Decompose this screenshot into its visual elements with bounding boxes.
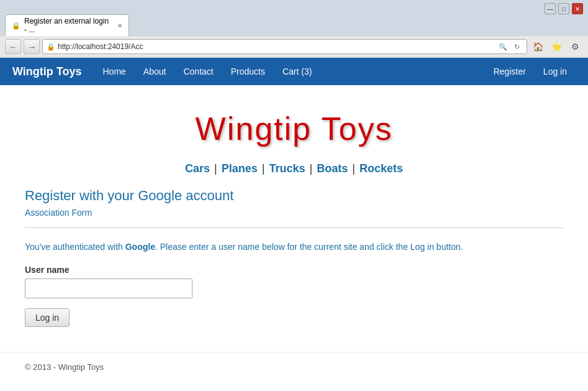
nav-contact[interactable]: Contact — [174, 59, 222, 84]
favorites-button[interactable]: ⭐ — [548, 39, 564, 54]
category-boats[interactable]: Boats — [317, 162, 348, 175]
sep-1: | — [214, 162, 217, 175]
category-trucks[interactable]: Trucks — [269, 162, 305, 175]
nav-products[interactable]: Products — [222, 59, 274, 84]
site-nav: Wingtip Toys Home About Contact Products… — [0, 58, 588, 85]
info-after: . Please enter a user name below for the… — [155, 242, 463, 252]
category-rockets[interactable]: Rockets — [360, 162, 403, 175]
tab-icon: 🔒 — [12, 22, 20, 30]
tab-close-button[interactable]: ✕ — [117, 22, 122, 29]
back-button[interactable]: ← — [5, 39, 21, 54]
maximize-button[interactable]: □ — [558, 3, 569, 14]
info-provider: Google — [125, 242, 155, 252]
divider — [25, 228, 563, 228]
home-button[interactable]: 🏠 — [530, 39, 546, 54]
page-heading: Register with your Google account — [25, 188, 563, 204]
url-field[interactable]: 🔒 http://localhost:24019/Acc 🔍 ↻ — [42, 39, 527, 54]
nav-register[interactable]: Register — [485, 59, 535, 84]
browser-chrome: — □ ✕ 🔒 Register an external login - ...… — [0, 0, 588, 58]
sep-4: | — [352, 162, 355, 175]
section-label: Association Form — [25, 208, 563, 218]
settings-button[interactable]: ⚙ — [567, 39, 583, 54]
category-links: Cars | Planes | Trucks | Boats | Rockets — [25, 154, 563, 188]
window-controls: — □ ✕ — [545, 3, 583, 14]
username-input[interactable] — [25, 278, 192, 298]
info-before: You've authenticated with — [25, 242, 125, 252]
refresh-button[interactable]: ↻ — [510, 41, 523, 52]
toolbar-icons: 🏠 ⭐ ⚙ — [530, 39, 583, 54]
footer-text: © 2013 - Wingtip Toys — [25, 362, 104, 372]
nav-brand[interactable]: Wingtip Toys — [12, 65, 82, 78]
footer: © 2013 - Wingtip Toys — [0, 352, 588, 382]
association-form: User name Log in — [25, 265, 563, 327]
sep-3: | — [310, 162, 313, 175]
main-content: Wingtip Toys Cars | Planes | Trucks | Bo… — [0, 85, 588, 352]
forward-button[interactable]: → — [24, 39, 40, 54]
nav-cart[interactable]: Cart (3) — [274, 59, 320, 84]
nav-login[interactable]: Log in — [535, 59, 576, 84]
info-text: You've authenticated with Google. Please… — [25, 241, 563, 254]
sep-2: | — [262, 162, 265, 175]
category-cars[interactable]: Cars — [185, 162, 210, 175]
nav-about[interactable]: About — [135, 59, 175, 84]
active-tab[interactable]: 🔒 Register an external login - ... ✕ — [5, 14, 129, 36]
nav-right: Register Log in — [485, 59, 576, 84]
close-button[interactable]: ✕ — [572, 3, 583, 14]
address-bar: ← → 🔒 http://localhost:24019/Acc 🔍 ↻ 🏠 ⭐… — [0, 36, 588, 57]
nav-home[interactable]: Home — [94, 59, 135, 84]
minimize-button[interactable]: — — [545, 3, 556, 14]
url-text: http://localhost:24019/Acc — [58, 42, 494, 51]
login-button[interactable]: Log in — [25, 308, 70, 327]
search-icon[interactable]: 🔍 — [497, 41, 509, 52]
tab-bar: 🔒 Register an external login - ... ✕ — [0, 17, 588, 36]
lock-icon: 🔒 — [47, 43, 55, 51]
username-label: User name — [25, 265, 563, 275]
nav-links: Home About Contact Products Cart (3) — [94, 59, 485, 84]
tab-title: Register an external login - ... — [24, 17, 111, 34]
site-title: Wingtip Toys — [25, 98, 563, 154]
category-planes[interactable]: Planes — [222, 162, 258, 175]
